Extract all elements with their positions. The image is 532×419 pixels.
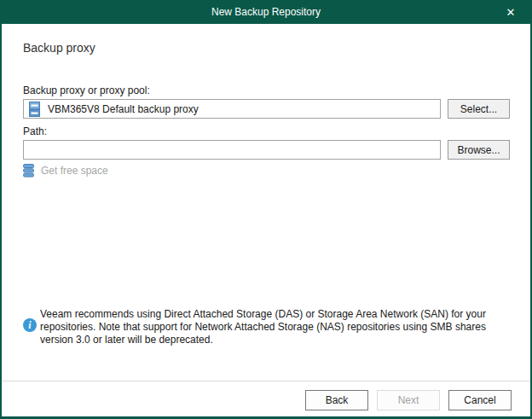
- info-icon: i: [23, 318, 37, 332]
- new-backup-repository-dialog: New Backup Repository ✕ Backup proxy Bac…: [0, 0, 532, 419]
- title-bar: New Backup Repository ✕: [2, 0, 530, 24]
- browse-button[interactable]: Browse...: [448, 140, 510, 160]
- path-input[interactable]: [23, 140, 441, 160]
- path-field-label: Path:: [23, 125, 47, 137]
- page-title: Backup proxy: [23, 41, 95, 55]
- footer-divider: [2, 381, 530, 381]
- select-button[interactable]: Select...: [448, 99, 510, 119]
- window-title: New Backup Repository: [211, 6, 321, 18]
- proxy-input[interactable]: VBM365V8 Default backup proxy: [23, 99, 441, 119]
- back-button[interactable]: Back: [305, 390, 368, 410]
- proxy-field-label: Backup proxy or proxy pool:: [23, 84, 150, 96]
- proxy-server-icon: [29, 102, 40, 117]
- cancel-button[interactable]: Cancel: [448, 390, 512, 410]
- next-button[interactable]: Next: [377, 390, 440, 410]
- proxy-input-value: VBM365V8 Default backup proxy: [48, 103, 199, 115]
- get-free-space-label: Get free space: [41, 165, 108, 177]
- database-icon: [23, 164, 34, 177]
- close-icon[interactable]: ✕: [491, 0, 530, 24]
- info-note: Veeam recommends using Direct Attached S…: [40, 308, 511, 346]
- get-free-space-link[interactable]: Get free space: [23, 164, 108, 177]
